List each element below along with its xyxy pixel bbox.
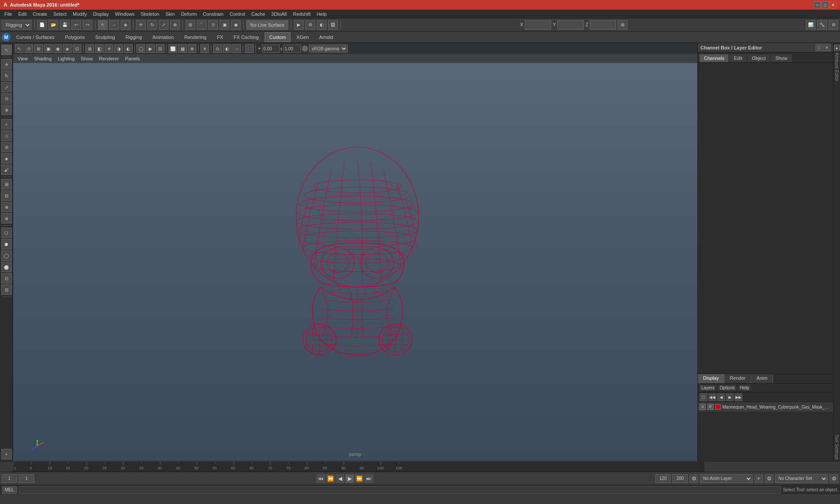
tab-arnold[interactable]: Arnold bbox=[315, 32, 338, 42]
rotate-tool-button[interactable]: ↻ bbox=[147, 20, 157, 30]
gamma-input[interactable] bbox=[284, 45, 301, 52]
tab-custom[interactable]: Custom bbox=[265, 32, 291, 42]
menu-windows[interactable]: Windows bbox=[112, 10, 137, 18]
render-settings-button[interactable]: ⚙ bbox=[305, 20, 315, 30]
playback-settings-btn[interactable]: ⚙ bbox=[690, 474, 698, 483]
vp-select-btn[interactable]: ↖ bbox=[15, 44, 24, 53]
menu-select[interactable]: Select bbox=[51, 10, 70, 18]
skip-to-start-btn[interactable]: ⏮ bbox=[316, 474, 325, 483]
xyz-apply-button[interactable]: ⊞ bbox=[618, 20, 627, 30]
viewport-menu-panels[interactable]: Panels bbox=[122, 55, 143, 62]
anim-tab[interactable]: Anim bbox=[751, 374, 773, 383]
scale-tool-left[interactable]: ⤢ bbox=[1, 82, 12, 92]
lasso-tool-button[interactable]: ⬦ bbox=[109, 20, 119, 30]
expand-left-btn[interactable]: + bbox=[1, 449, 12, 459]
universal-tool-button[interactable]: ⊕ bbox=[170, 20, 180, 30]
redo-button[interactable]: ↪ bbox=[83, 20, 92, 30]
tab-show[interactable]: Show bbox=[771, 54, 792, 62]
menu-modify[interactable]: Modify bbox=[70, 10, 89, 18]
menu-edit[interactable]: Edit bbox=[16, 10, 29, 18]
mel-label[interactable]: MEL bbox=[2, 486, 17, 494]
channel-box-button[interactable]: 📊 bbox=[806, 20, 816, 30]
menu-create[interactable]: Create bbox=[30, 10, 50, 18]
vp-texture-btn[interactable]: ◧ bbox=[95, 44, 104, 53]
menu-redshift[interactable]: Redshift bbox=[290, 10, 313, 18]
vp-flat-btn[interactable]: ◈ bbox=[63, 44, 72, 53]
vp-fps-btn[interactable]: ▶ bbox=[146, 44, 155, 53]
render-button[interactable]: ▶ bbox=[294, 20, 304, 30]
layers-menu[interactable]: Layers bbox=[700, 385, 716, 391]
vp-render-btn[interactable]: ⊕ bbox=[188, 44, 196, 53]
viewport-menu-renderer[interactable]: Renderer bbox=[96, 55, 122, 62]
channel-box-close-btn[interactable]: ✕ bbox=[823, 44, 830, 51]
channel-box-float-btn[interactable]: ⬡ bbox=[816, 44, 822, 51]
curve-tool-3[interactable]: ⊘ bbox=[1, 142, 12, 152]
open-scene-button[interactable]: 📂 bbox=[49, 20, 58, 30]
close-button[interactable]: ✕ bbox=[830, 1, 836, 8]
paint-tool-button[interactable]: ◈ bbox=[121, 20, 130, 30]
char-set-dropdown[interactable]: No Character Set bbox=[775, 474, 828, 483]
rotate-tool-left[interactable]: ↻ bbox=[1, 70, 12, 81]
menu-skeleton[interactable]: Skeleton bbox=[138, 10, 162, 18]
vp-pivot-btn[interactable]: ⊙ bbox=[213, 44, 222, 53]
layers-options-menu[interactable]: Options bbox=[718, 385, 736, 391]
end-frame-input[interactable] bbox=[655, 474, 671, 483]
tab-xgen[interactable]: XGen bbox=[291, 32, 313, 42]
tab-curves-surfaces[interactable]: Curves / Surfaces bbox=[11, 32, 59, 42]
workspace-dropdown[interactable]: Rigging bbox=[2, 20, 32, 30]
viewport-menu-view[interactable]: View bbox=[15, 55, 31, 62]
curve-tool-5[interactable]: 🖌 bbox=[1, 164, 12, 175]
add-anim-layer-btn[interactable]: + bbox=[754, 474, 763, 483]
vp-wire-btn[interactable]: ▣ bbox=[44, 44, 52, 53]
vp-isolate-btn[interactable]: ◯ bbox=[136, 44, 145, 53]
exposure-input[interactable] bbox=[262, 45, 280, 52]
viewport-menu-lighting[interactable]: Lighting bbox=[55, 55, 77, 62]
y-input[interactable] bbox=[557, 20, 584, 30]
curve-tool-2[interactable]: ◇ bbox=[1, 130, 12, 141]
snap-surface-button[interactable]: ▣ bbox=[220, 20, 229, 30]
vp-ambient-btn[interactable]: ◐ bbox=[124, 44, 133, 53]
universal-tool-left[interactable]: ⊕ bbox=[1, 105, 12, 115]
tab-channels[interactable]: Channels bbox=[700, 54, 728, 62]
vp-cube-btn[interactable]: ⊞ bbox=[34, 44, 43, 53]
timeline-ruler[interactable]: 1 5 10 15 20 25 30 35 40 bbox=[13, 462, 704, 472]
char-set-settings-btn[interactable]: ⚙ bbox=[830, 474, 838, 483]
gamma-dropdown[interactable]: sRGB gamma bbox=[309, 45, 348, 52]
step-forward-btn[interactable]: ⏩ bbox=[355, 474, 364, 483]
anim-layer-settings-btn[interactable]: ⚙ bbox=[765, 474, 774, 483]
vp-cam-opt-btn[interactable]: 🎥 bbox=[245, 44, 254, 53]
menu-control[interactable]: Control bbox=[227, 10, 248, 18]
right-panel-top-btn[interactable]: ▲ bbox=[834, 45, 840, 51]
deform-tool-4[interactable]: ⊗ bbox=[1, 213, 12, 224]
z-input[interactable] bbox=[590, 20, 616, 30]
snap-view-button[interactable]: ◉ bbox=[231, 20, 241, 30]
tab-fx[interactable]: FX bbox=[212, 32, 228, 42]
vp-bbox-btn[interactable]: ⬜ bbox=[168, 44, 177, 53]
layers-help-menu[interactable]: Help bbox=[738, 385, 751, 391]
move-tool-left[interactable]: ✛ bbox=[1, 59, 12, 70]
menu-help[interactable]: Help bbox=[314, 10, 329, 18]
menu-3dtoa[interactable]: 3DtoAll bbox=[269, 10, 289, 18]
step-back-btn[interactable]: ⏪ bbox=[326, 474, 335, 483]
vp-point-btn[interactable]: ⊡ bbox=[73, 44, 81, 53]
minimize-button[interactable]: ─ bbox=[814, 1, 821, 8]
layer-nav-back2[interactable]: ◀ bbox=[717, 393, 725, 401]
rig-tool-4[interactable]: ⬤ bbox=[1, 262, 12, 272]
vp-snap-btn[interactable]: ✕ bbox=[200, 44, 209, 53]
save-scene-button[interactable]: 💾 bbox=[60, 20, 70, 30]
curve-tool-1[interactable]: ▿ bbox=[1, 119, 12, 130]
menu-skin[interactable]: Skin bbox=[163, 10, 177, 18]
snap-curve-button[interactable]: ⌒ bbox=[197, 20, 206, 30]
vp-camera-btn[interactable]: ⊙ bbox=[24, 44, 33, 53]
deform-tool-2[interactable]: ⊟ bbox=[1, 190, 12, 201]
layer-playback[interactable]: P bbox=[707, 404, 714, 410]
tab-rigging[interactable]: Rigging bbox=[121, 32, 147, 42]
tab-edit[interactable]: Edit bbox=[729, 54, 746, 62]
tab-animation[interactable]: Animation bbox=[147, 32, 178, 42]
home-icon[interactable]: M bbox=[2, 33, 10, 42]
skip-to-end-btn[interactable]: ⏭ bbox=[364, 474, 373, 483]
menu-file[interactable]: File bbox=[2, 10, 15, 18]
vp-shadow-btn[interactable]: ◑ bbox=[114, 44, 123, 53]
menu-constrain[interactable]: Constrain bbox=[200, 10, 226, 18]
viewport-menu-shading[interactable]: Shading bbox=[32, 55, 54, 62]
